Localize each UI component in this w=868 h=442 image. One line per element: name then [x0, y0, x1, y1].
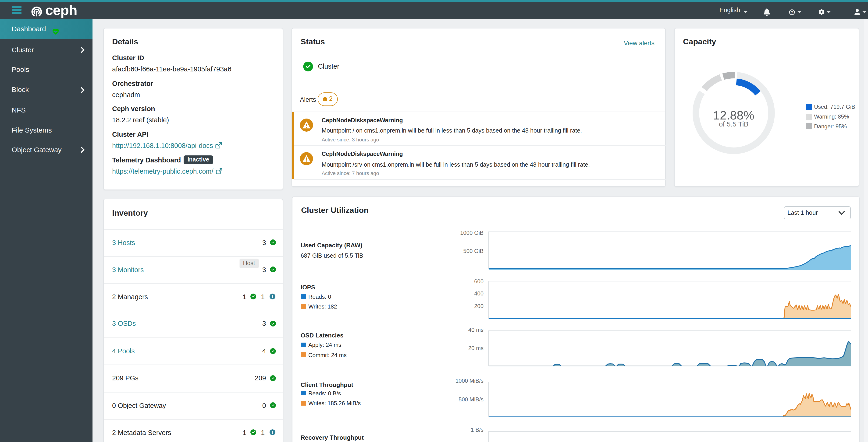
svg-text:?: ?: [791, 10, 793, 14]
